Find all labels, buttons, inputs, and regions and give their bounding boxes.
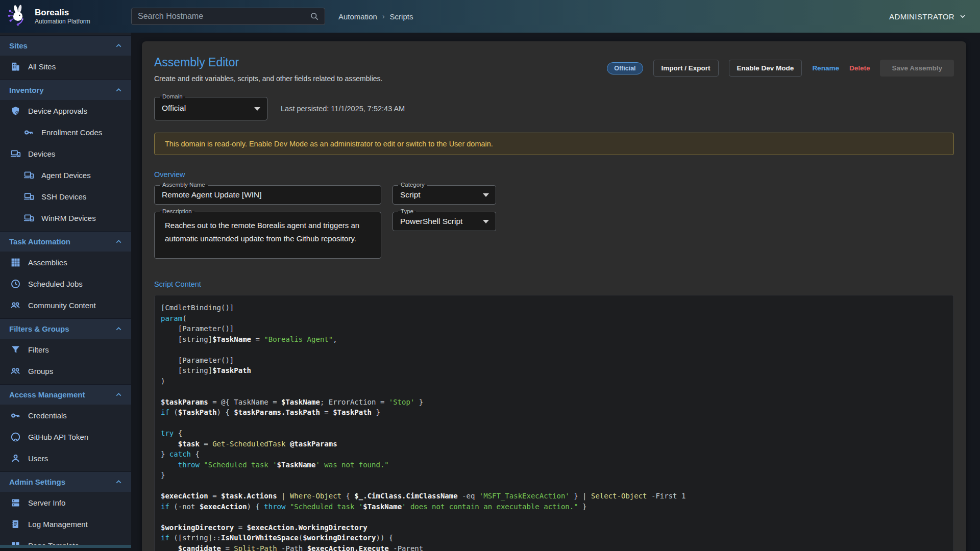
- chevron-down-icon: [959, 12, 967, 20]
- code-line: throw "Scheduled task '$TaskName' was no…: [161, 460, 947, 470]
- official-badge: Official: [607, 62, 643, 74]
- script-editor[interactable]: [CmdletBinding()]param( [Parameter()] [s…: [154, 295, 954, 551]
- last-persisted-text: Last persisted: 11/1/2025, 7:52:43 AM: [281, 105, 405, 113]
- main-content: Assembly Editor Create and edit variable…: [131, 33, 980, 551]
- building-icon: [10, 61, 21, 72]
- description-label: Description: [160, 208, 194, 214]
- clock-icon: [10, 279, 21, 289]
- people-icon: [10, 366, 21, 377]
- sidebar-item-label: All Sites: [28, 62, 56, 71]
- borealis-rabbit-logo-icon: [6, 4, 30, 29]
- sidebar-item-github-api-token[interactable]: GitHub API Token: [0, 426, 131, 447]
- domain-select-value: Official: [162, 104, 186, 113]
- dropdown-caret-icon: [483, 193, 489, 197]
- breadcrumb: Automation › Scripts: [338, 12, 413, 21]
- hostname-search[interactable]: [131, 8, 325, 25]
- sidebar-item-label: Groups: [28, 367, 53, 375]
- sidebar-item-device-approvals[interactable]: Device Approvals: [0, 100, 131, 121]
- devices-icon: [23, 191, 34, 202]
- sidebar-item-enrollment-codes[interactable]: Enrollment Codes: [0, 121, 131, 143]
- sidebar-item-all-sites[interactable]: All Sites: [0, 56, 131, 77]
- assembly-editor-panel: Assembly Editor Create and edit variable…: [142, 41, 966, 551]
- code-line: [161, 418, 947, 429]
- sidebar-item-groups[interactable]: Groups: [0, 360, 131, 382]
- github-icon: [10, 432, 21, 442]
- chevron-up-icon: [114, 86, 123, 94]
- sidebar-item-ssh-devices[interactable]: SSH Devices: [0, 186, 131, 207]
- sidebar-item-scheduled-jobs[interactable]: Scheduled Jobs: [0, 273, 131, 294]
- sidebar-section-access-management[interactable]: Access Management: [0, 384, 131, 405]
- code-line: param(: [161, 313, 947, 324]
- code-line: [161, 481, 947, 491]
- delete-button[interactable]: Delete: [849, 64, 870, 72]
- type-value: PowerShell Script: [400, 217, 462, 226]
- funnel-icon: [10, 344, 21, 355]
- sidebar-item-agent-devices[interactable]: Agent Devices: [0, 164, 131, 186]
- code-line: $execAction = $task.Actions | Where-Obje…: [161, 491, 947, 502]
- devices-icon: [10, 148, 21, 159]
- log-icon: [10, 519, 21, 530]
- user-menu[interactable]: ADMINISTRATOR: [889, 12, 980, 21]
- sidebar-item-users[interactable]: Users: [0, 447, 131, 469]
- sidebar-item-label: Log Management: [28, 520, 88, 529]
- chevron-up-icon: [114, 324, 123, 333]
- section-label: Filters & Groups: [9, 324, 69, 333]
- breadcrumb-automation[interactable]: Automation: [338, 12, 377, 21]
- user-menu-label: ADMINISTRATOR: [889, 12, 954, 21]
- assembly-name-field[interactable]: Assembly Name Remote Agent Update [WIN]: [154, 185, 381, 205]
- assembly-name-label: Assembly Name: [160, 182, 208, 188]
- sidebar-item-devices[interactable]: Devices: [0, 143, 131, 164]
- editor-actions: Official Import / Export Enable Dev Mode…: [607, 60, 954, 77]
- sidebar-item-label: Credentials: [28, 411, 67, 420]
- sidebar-item-filters[interactable]: Filters: [0, 339, 131, 360]
- sidebar-item-credentials[interactable]: Credentials: [0, 405, 131, 426]
- sidebar-item-assemblies[interactable]: Assemblies: [0, 252, 131, 273]
- code-line: [Parameter()]: [161, 355, 947, 366]
- sidebar-section-filters-groups[interactable]: Filters & Groups: [0, 318, 131, 339]
- search-icon[interactable]: [309, 11, 320, 21]
- breadcrumb-scripts[interactable]: Scripts: [390, 12, 413, 21]
- type-select[interactable]: Type PowerShell Script: [393, 212, 496, 231]
- read-only-warning-banner: This domain is read-only. Enable Dev Mod…: [154, 133, 954, 155]
- code-line: try {: [161, 428, 947, 439]
- brand-subtitle: Automation Platform: [35, 18, 90, 25]
- sidebar-item-label: SSH Devices: [41, 192, 86, 201]
- sidebar-section-admin-settings[interactable]: Admin Settings: [0, 471, 131, 492]
- assembly-name-value: Remote Agent Update [WIN]: [162, 190, 262, 199]
- rename-button[interactable]: Rename: [812, 64, 839, 72]
- devices-icon: [23, 170, 34, 181]
- sidebar-item-label: GitHub API Token: [28, 433, 88, 441]
- sidebar-section-task-automation[interactable]: Task Automation: [0, 231, 131, 252]
- sidebar-section-inventory[interactable]: Inventory: [0, 80, 131, 100]
- sidebar-item-community-content[interactable]: Community Content: [0, 294, 131, 316]
- server-icon: [10, 497, 21, 508]
- sidebar-item-log-management[interactable]: Log Management: [0, 513, 131, 535]
- search-input[interactable]: [138, 12, 309, 21]
- page-subtitle: Create and edit variables, scripts, and …: [154, 74, 382, 83]
- warning-text: This domain is read-only. Enable Dev Mod…: [165, 140, 493, 148]
- import-export-button[interactable]: Import / Export: [653, 60, 719, 77]
- grid-icon: [10, 257, 21, 268]
- sidebar-item-winrm-devices[interactable]: WinRM Devices: [0, 207, 131, 229]
- sidebar-section-sites[interactable]: Sites: [0, 35, 131, 56]
- enable-dev-mode-button[interactable]: Enable Dev Mode: [729, 60, 802, 77]
- code-line: if ($TaskPath) { $taskParams.TaskPath = …: [161, 407, 947, 418]
- sidebar-item-label: Enrollment Codes: [41, 128, 102, 137]
- code-line: } catch {: [161, 449, 947, 460]
- chevron-up-icon: [114, 390, 123, 399]
- category-label: Category: [398, 182, 427, 188]
- sidebar-item-server-info[interactable]: Server Info: [0, 492, 131, 513]
- brand: Borealis Automation Platform: [0, 4, 131, 29]
- chevron-up-icon: [114, 478, 123, 486]
- save-assembly-button[interactable]: Save Assembly: [880, 60, 954, 77]
- code-line: $taskParams = @{ TaskName = $TaskName; E…: [161, 397, 947, 408]
- overview-section-label: Overview: [154, 170, 954, 179]
- sidebar-bottom-bar: [0, 545, 131, 548]
- chevron-up-icon: [114, 237, 123, 246]
- description-field[interactable]: Description Reaches out to the remote Bo…: [154, 212, 381, 259]
- code-line: [161, 344, 947, 355]
- category-select[interactable]: Category Script: [393, 185, 496, 205]
- domain-select[interactable]: Domain Official: [154, 97, 267, 120]
- code-line: ): [161, 376, 947, 387]
- type-label: Type: [398, 208, 416, 214]
